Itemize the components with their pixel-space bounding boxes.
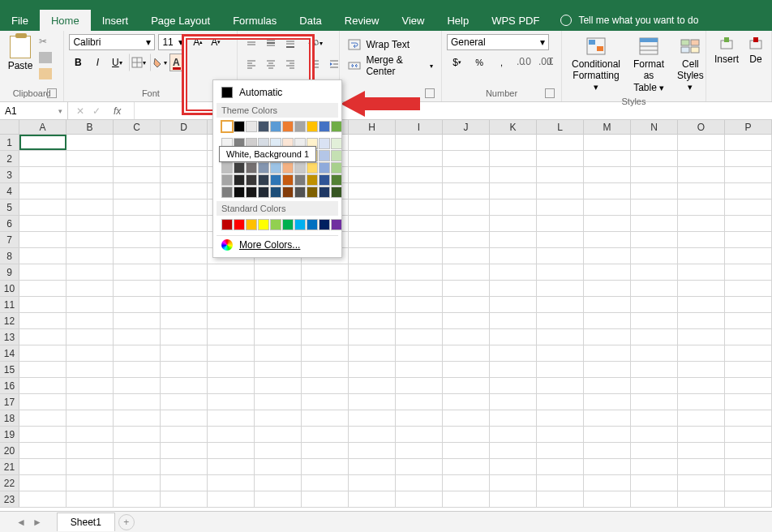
cell[interactable] (678, 135, 725, 150)
cell[interactable] (537, 313, 584, 328)
cell[interactable] (302, 443, 349, 458)
tab-page-layout[interactable]: Page Layout (139, 10, 221, 31)
cell[interactable] (584, 297, 631, 312)
cell[interactable] (537, 264, 584, 280)
cell[interactable] (19, 313, 66, 328)
cell[interactable] (725, 151, 772, 166)
cell[interactable] (443, 475, 490, 491)
cell[interactable] (161, 329, 208, 345)
cell[interactable] (396, 281, 443, 296)
cell[interactable] (631, 378, 678, 393)
tab-home[interactable]: Home (40, 10, 91, 31)
decrease-font-size[interactable]: A▾ (208, 34, 223, 50)
cell[interactable] (19, 410, 66, 426)
cell[interactable] (161, 345, 208, 361)
cell[interactable] (349, 345, 396, 361)
color-swatch[interactable] (331, 150, 342, 161)
cell[interactable] (537, 167, 584, 182)
cell[interactable] (114, 459, 161, 474)
cell[interactable] (349, 183, 396, 199)
column-header[interactable]: C (114, 120, 161, 134)
cell[interactable] (349, 216, 396, 231)
cell[interactable] (19, 281, 66, 296)
cell[interactable] (584, 410, 631, 426)
cell[interactable] (537, 459, 584, 474)
align-bottom[interactable] (281, 34, 299, 52)
cell[interactable] (302, 410, 349, 426)
clipboard-launcher[interactable] (47, 88, 57, 98)
insert-cells[interactable]: Insert (711, 34, 742, 66)
row-header[interactable]: 16 (0, 378, 19, 393)
color-swatch[interactable] (246, 162, 257, 174)
cell[interactable] (255, 491, 302, 507)
cell[interactable] (725, 394, 772, 410)
cell[interactable] (349, 362, 396, 377)
cell[interactable] (725, 443, 772, 458)
cell[interactable] (537, 216, 584, 231)
cell[interactable] (678, 297, 725, 312)
cell[interactable] (19, 329, 66, 345)
cell[interactable] (584, 459, 631, 474)
row-header[interactable]: 3 (0, 167, 19, 182)
cell[interactable] (678, 459, 725, 474)
column-header[interactable]: P (725, 120, 772, 134)
cell[interactable] (19, 232, 66, 247)
color-swatch[interactable] (331, 121, 342, 132)
cell[interactable] (19, 378, 66, 393)
cancel-icon[interactable]: ✕ (76, 105, 84, 117)
cell[interactable] (584, 167, 631, 182)
row-header[interactable]: 14 (0, 345, 19, 361)
column-header[interactable]: L (537, 120, 584, 134)
cell[interactable] (19, 216, 66, 231)
row-header[interactable]: 9 (0, 264, 19, 280)
cell[interactable] (66, 297, 114, 312)
align-center[interactable] (262, 55, 280, 73)
cell[interactable] (161, 281, 208, 296)
cell[interactable] (66, 443, 114, 458)
color-swatch[interactable] (307, 187, 318, 198)
color-swatch[interactable] (294, 121, 306, 132)
cell[interactable] (161, 232, 208, 247)
cell[interactable] (584, 313, 631, 328)
color-swatch[interactable] (221, 187, 233, 198)
color-swatch[interactable] (319, 150, 330, 161)
cell[interactable] (678, 443, 725, 458)
cell[interactable] (631, 313, 678, 328)
cell[interactable] (66, 313, 114, 328)
color-swatch[interactable] (234, 219, 245, 230)
cell[interactable] (114, 410, 161, 426)
cell[interactable] (443, 151, 490, 166)
cell[interactable] (114, 281, 161, 296)
cell[interactable] (66, 491, 114, 507)
cell[interactable] (490, 216, 537, 231)
cell[interactable] (396, 248, 443, 264)
cell[interactable] (443, 216, 490, 231)
cell[interactable] (396, 151, 443, 166)
column-header[interactable]: B (66, 120, 114, 134)
cell[interactable] (255, 362, 302, 377)
cell[interactable] (631, 427, 678, 442)
cell[interactable] (302, 345, 349, 361)
cell[interactable] (208, 378, 255, 393)
cell[interactable] (19, 394, 66, 410)
cell[interactable] (631, 151, 678, 166)
cell[interactable] (584, 362, 631, 377)
cell[interactable] (114, 427, 161, 442)
comma-button[interactable]: , (491, 54, 512, 71)
color-swatch[interactable] (331, 174, 342, 186)
cell[interactable] (161, 459, 208, 474)
cell[interactable] (631, 410, 678, 426)
cell[interactable] (66, 345, 114, 361)
cell[interactable] (537, 297, 584, 312)
cell[interactable] (490, 491, 537, 507)
cell[interactable] (349, 281, 396, 296)
cell[interactable] (302, 491, 349, 507)
cell[interactable] (725, 200, 772, 215)
cell[interactable] (443, 491, 490, 507)
cell[interactable] (302, 264, 349, 280)
cell[interactable] (443, 135, 490, 150)
row-header[interactable]: 21 (0, 459, 19, 474)
cell[interactable] (490, 167, 537, 182)
cell[interactable] (537, 362, 584, 377)
cell[interactable] (537, 394, 584, 410)
